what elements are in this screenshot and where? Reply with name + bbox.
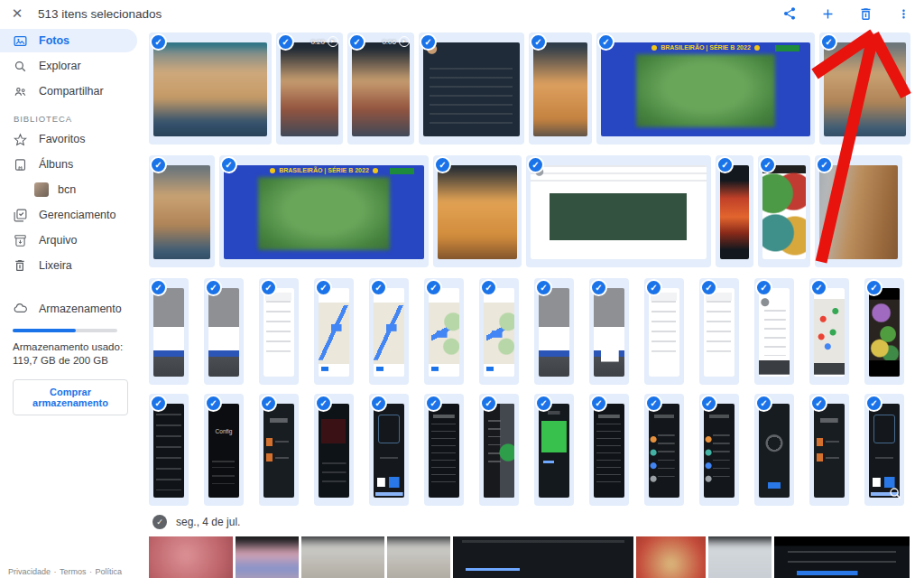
photo-thumbnail[interactable]: ✓ <box>699 394 739 506</box>
sidebar-item-arquivo[interactable]: Arquivo <box>0 228 137 252</box>
more-options-icon[interactable] <box>892 2 915 25</box>
selected-check-icon[interactable]: ✓ <box>755 395 772 412</box>
photo-thumbnail[interactable]: ✓ <box>529 33 592 144</box>
photo-thumbnail[interactable]: ✓ <box>819 33 910 144</box>
photo-thumbnail[interactable]: ✓ <box>754 278 794 385</box>
selected-check-icon[interactable]: ✓ <box>315 395 332 412</box>
sidebar-item-lixeira[interactable]: Lixeira <box>0 254 137 277</box>
photo-thumbnail[interactable]: ✓ <box>369 278 409 385</box>
selected-check-icon[interactable]: ✓ <box>700 395 717 412</box>
policy-link[interactable]: Política <box>96 567 123 576</box>
selected-check-icon[interactable]: ✓ <box>315 279 332 296</box>
photo-thumbnail[interactable]: ✓0:20▶ <box>276 33 343 144</box>
photo-thumbnail[interactable] <box>708 536 772 578</box>
selected-check-icon[interactable]: ✓ <box>220 156 237 173</box>
selected-check-icon[interactable]: ✓ <box>480 395 497 412</box>
photo-thumbnail[interactable]: ✓ <box>419 33 524 144</box>
photo-thumbnail[interactable]: Config✓ <box>204 394 244 506</box>
photo-thumbnail[interactable]: ✓ <box>864 394 904 506</box>
selected-check-icon[interactable]: ✓ <box>370 279 387 296</box>
photo-thumbnail[interactable]: ✓ <box>809 394 849 506</box>
privacy-link[interactable]: Privacidade <box>8 567 51 576</box>
delete-trash-icon[interactable] <box>854 2 877 25</box>
photo-thumbnail[interactable]: ✓ <box>424 394 464 506</box>
photo-thumbnail[interactable]: ✓ <box>149 278 189 385</box>
selected-check-icon[interactable]: ✓ <box>150 156 167 173</box>
sidebar-item-armazenamento[interactable]: Armazenamento <box>0 297 137 321</box>
selected-check-icon[interactable]: ✓ <box>434 156 451 173</box>
photo-thumbnail[interactable]: ✓ <box>433 155 522 267</box>
photo-thumbnail[interactable]: ✓ <box>479 278 519 385</box>
photo-thumbnail[interactable]: ✓ <box>259 394 299 506</box>
photo-thumbnail[interactable] <box>453 536 633 578</box>
photo-thumbnail[interactable]: ✓ <box>864 278 904 385</box>
photo-thumbnail[interactable] <box>774 536 910 578</box>
selected-check-icon[interactable]: ✓ <box>590 395 607 412</box>
selected-check-icon[interactable]: ✓ <box>530 33 547 51</box>
photo-thumbnail[interactable]: ✓ <box>754 394 794 506</box>
selected-check-icon[interactable]: ✓ <box>535 279 552 296</box>
sidebar-item-gerenciamento[interactable]: Gerenciamento <box>0 203 137 227</box>
photo-thumbnail[interactable]: ✓ <box>699 278 739 385</box>
selected-check-icon[interactable]: ✓ <box>150 33 167 51</box>
selected-check-icon[interactable]: ✓ <box>759 156 776 173</box>
buy-storage-button[interactable]: Comprar armazenamento <box>13 379 128 415</box>
photo-thumbnail[interactable]: ✓ <box>534 278 574 385</box>
photo-thumbnail[interactable]: ✓ <box>758 155 810 267</box>
photo-thumbnail[interactable]: ✓ <box>589 394 629 506</box>
selected-check-icon[interactable]: ✓ <box>597 33 614 51</box>
selected-check-icon[interactable]: ✓ <box>260 279 277 296</box>
photo-thumbnail[interactable]: ✓ <box>815 155 902 267</box>
sidebar-item-explorar[interactable]: Explorar <box>0 54 137 78</box>
selected-check-icon[interactable]: ✓ <box>420 33 437 51</box>
selected-check-icon[interactable]: ✓ <box>865 279 882 296</box>
selected-check-icon[interactable]: ✓ <box>820 33 837 51</box>
sidebar-item-albuns[interactable]: ▾ Álbuns <box>0 153 137 176</box>
selected-check-icon[interactable]: ✓ <box>810 279 827 296</box>
photo-thumbnail[interactable]: ✓ <box>149 155 215 267</box>
photo-thumbnail[interactable]: ✓ <box>589 278 629 385</box>
photo-thumbnail[interactable]: BRASILEIRÃO | SÉRIE B 2022✓ <box>596 33 815 144</box>
selected-check-icon[interactable]: ✓ <box>260 395 277 412</box>
photo-thumbnail[interactable]: ✓ <box>369 394 409 506</box>
selected-check-icon[interactable]: ✓ <box>348 33 365 51</box>
photo-thumbnail[interactable]: BRASILEIRÃO | SÉRIE B 2022✓ <box>219 155 429 267</box>
selected-check-icon[interactable]: ✓ <box>755 279 772 296</box>
terms-link[interactable]: Termos <box>60 567 87 576</box>
photo-thumbnail[interactable]: ✓ <box>716 155 753 267</box>
selected-check-icon[interactable]: ✓ <box>645 279 662 296</box>
close-selection-button[interactable]: ✕ <box>4 0 31 27</box>
photo-thumbnail[interactable]: ✓ <box>149 33 272 144</box>
photo-thumbnail[interactable] <box>149 536 233 578</box>
photo-thumbnail[interactable]: ✓ <box>809 278 849 385</box>
photo-thumbnail[interactable]: ✓ <box>314 394 354 506</box>
selected-check-icon[interactable]: ✓ <box>370 395 387 412</box>
share-icon[interactable] <box>778 2 801 25</box>
selected-check-icon[interactable]: ✓ <box>205 395 222 412</box>
selected-check-icon[interactable]: ✓ <box>810 395 827 412</box>
selected-check-icon[interactable]: ✓ <box>590 279 607 296</box>
photo-thumbnail[interactable]: ✓ <box>534 394 574 506</box>
selected-check-icon[interactable]: ✓ <box>150 279 167 296</box>
selected-check-icon[interactable]: ✓ <box>205 279 222 296</box>
selected-check-icon[interactable]: ✓ <box>700 279 717 296</box>
selected-check-icon[interactable]: ✓ <box>150 395 167 412</box>
selected-check-icon[interactable]: ✓ <box>425 395 442 412</box>
sidebar-item-favoritos[interactable]: Favoritos <box>0 127 137 151</box>
photo-thumbnail[interactable]: ✓ <box>479 394 519 506</box>
photo-thumbnail[interactable]: ✓ <box>204 278 244 385</box>
photo-thumbnail[interactable]: ✓ <box>644 394 684 506</box>
selected-check-icon[interactable]: ✓ <box>425 279 442 296</box>
selected-check-icon[interactable]: ✓ <box>277 33 294 51</box>
photo-thumbnail[interactable] <box>236 536 299 578</box>
add-to-album-icon[interactable] <box>816 2 839 25</box>
sidebar-item-fotos[interactable]: Fotos <box>0 29 137 52</box>
selected-check-icon[interactable]: ✓ <box>527 156 544 173</box>
photo-thumbnail[interactable]: ✓ <box>644 278 684 385</box>
selected-check-icon[interactable]: ✓ <box>816 156 833 173</box>
photo-thumbnail[interactable]: ✓ <box>149 394 189 506</box>
photo-thumbnail[interactable]: ✓ <box>259 278 299 385</box>
selected-check-icon[interactable]: ✓ <box>865 395 882 412</box>
photo-thumbnail[interactable]: ✓ <box>526 155 711 267</box>
selected-check-icon[interactable]: ✓ <box>645 395 662 412</box>
